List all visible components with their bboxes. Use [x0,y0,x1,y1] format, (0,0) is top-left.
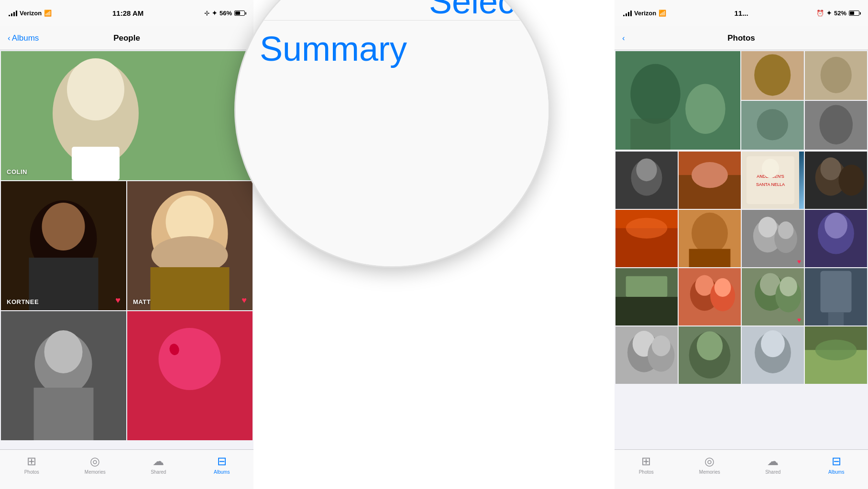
svg-point-31 [819,105,853,145]
photo-cell-15[interactable] [742,326,804,384]
person-cell-colin[interactable]: COLIN [1,51,253,180]
location-icon: ⊹ [204,10,209,17]
svg-point-21 [630,64,680,124]
bluetooth-icon: ✦ [212,10,217,17]
photo-cell-3[interactable]: ANDERSEN'S SANTA NELLA [742,152,804,209]
svg-point-25 [754,54,791,96]
photo-cell-2[interactable] [679,152,741,209]
person-cell-extra1[interactable] [1,311,126,440]
svg-point-46 [838,165,864,196]
tab-photos-1[interactable]: ⊞ Photos [0,455,64,475]
svg-rect-16 [34,388,94,440]
tab-shared-2[interactable]: ☁ Shared [741,455,805,475]
back-button[interactable]: ‹ Albums [8,33,39,43]
battery-label-2: 52% [834,10,846,17]
photo-cell-16[interactable] [805,326,867,384]
svg-point-42 [762,159,779,178]
photo-cell-9[interactable] [615,268,678,326]
photo-cell-8[interactable] [805,210,867,267]
svg-point-90 [815,340,857,360]
tab-photos-2[interactable]: ⊞ Photos [615,455,678,475]
memories-tab-label-2: Memories [699,469,720,475]
svg-point-73 [780,277,797,296]
alarm-icon: ⏰ [816,10,824,17]
screen-2: Verizon 📶 11... ⏰ ✦ 52% ‹ Photos [615,0,868,489]
albums-tab-icon-2: ⊟ [832,455,841,468]
person-cell-extra2[interactable] [127,311,253,440]
photo-grid-top [615,50,868,150]
svg-point-87 [761,330,785,357]
carrier-label-2: Verizon [634,10,656,17]
person-cell-kortnee[interactable]: KORTNEE ♥ [1,181,126,310]
carrier-label: Verizon [20,10,42,17]
zoom-select-button[interactable]: Select [429,0,525,19]
tab-albums-1[interactable]: ⊟ Albums [190,455,254,475]
svg-rect-12 [151,267,230,310]
photo-grid-main: ANDERSEN'S SANTA NELLA [615,151,868,385]
svg-point-2 [67,58,124,120]
heart-11: ♥ [797,316,801,324]
zoom-circle: ⏰ ✦ 52% Select Summary [234,0,550,268]
memories-tab-icon: ◎ [90,455,100,468]
photo-cell-5[interactable] [615,210,678,267]
photo-cell-11[interactable]: ♥ [742,268,804,326]
time-label-2: 11... [735,9,748,17]
tab-memories-1[interactable]: ◎ Memories [64,455,127,475]
bluetooth-icon-2: ✦ [826,10,832,17]
photo-cell-6[interactable] [679,210,741,267]
svg-point-57 [778,221,794,239]
photos-tab-label: Photos [24,469,39,475]
back-button-2[interactable]: ‹ [622,33,625,43]
signal-bars [9,11,17,16]
signal-area-2: Verizon 📶 [623,10,666,17]
chevron-left-icon-2: ‹ [622,33,625,43]
screen-1: Verizon 📶 11:28 AM ⊹ ✦ 56% ‹ Albums Peop… [0,0,253,489]
photo-large-top[interactable] [615,51,740,150]
photo-cell-14[interactable] [679,326,741,384]
tab-albums-2[interactable]: ⊟ Albums [805,455,868,475]
time-label: 11:28 AM [112,9,143,17]
photo-cell-13[interactable] [615,326,678,384]
zoom-content: ⏰ ✦ 52% Select Summary [236,0,549,266]
nav-bar-2: ‹ Photos [615,26,868,50]
tab-bar-1: ⊞ Photos ◎ Memories ☁ Shared ⊟ Albums [0,449,253,489]
svg-point-27 [820,57,851,93]
photo-cell-1[interactable] [615,152,678,209]
zoom-nav: Select [236,0,549,21]
photo-cell-7[interactable]: ♥ [742,210,804,267]
svg-point-84 [697,331,723,360]
albums-tab-icon: ⊟ [217,455,227,468]
photo-small-top-2[interactable] [805,51,868,100]
svg-rect-76 [828,313,844,326]
photo-small-top-4[interactable] [805,101,868,150]
signal-area: Verizon 📶 [9,10,52,17]
photo-small-top-3[interactable] [741,101,804,150]
photo-small-top-1[interactable] [741,51,804,100]
person-cell-matt[interactable]: MATT ♥ [127,181,253,310]
zoom-summary-text[interactable]: Summary [236,21,549,68]
svg-point-49 [626,218,668,239]
svg-rect-52 [689,249,731,267]
tab-memories-2[interactable]: ◎ Memories [678,455,742,475]
wifi-icon: 📶 [44,10,52,17]
photo-cell-12[interactable] [805,268,867,326]
svg-rect-7 [29,258,99,310]
person-photo-extra1 [1,311,126,440]
svg-text:SANTA NELLA: SANTA NELLA [756,182,785,187]
person-label-matt: MATT [133,298,151,305]
heart-matt: ♥ [242,295,247,305]
shared-tab-icon: ☁ [153,455,164,468]
battery-label: 56% [220,10,232,17]
person-label-colin: COLIN [7,168,27,175]
photo-cell-4[interactable] [805,152,867,209]
photo-cell-10[interactable] [679,268,741,326]
tab-shared-1[interactable]: ☁ Shared [127,455,190,475]
shared-tab-label: Shared [151,469,166,475]
svg-point-18 [159,328,221,390]
svg-rect-62 [615,297,678,326]
nav-title-2: Photos [727,33,755,43]
svg-rect-3 [72,147,120,180]
person-photo-kortnee [1,181,126,310]
back-label: Albums [12,33,39,43]
right-icons-2: ⏰ ✦ 52% [816,10,859,17]
